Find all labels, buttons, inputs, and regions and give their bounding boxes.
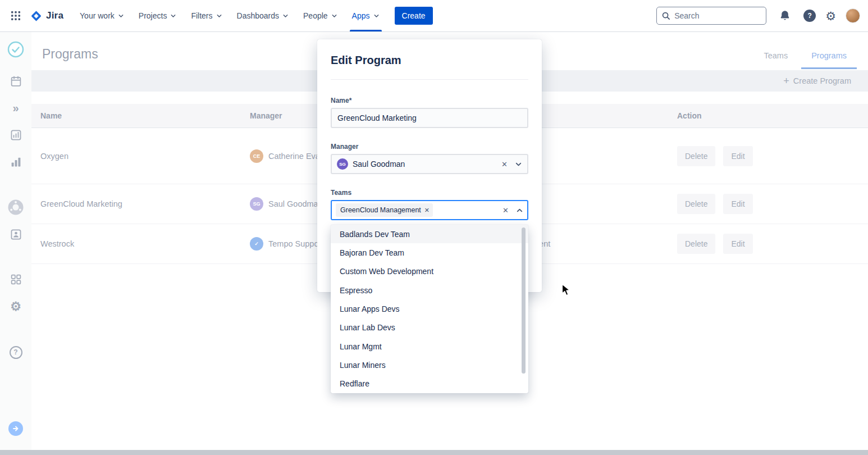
dropdown-option[interactable]: Lunar Miners: [331, 356, 528, 374]
settings-icon[interactable]: ⚙: [825, 10, 836, 22]
jira-logo[interactable]: Jira: [30, 10, 63, 22]
program-name-input[interactable]: [331, 108, 528, 128]
create-button[interactable]: Create: [395, 7, 433, 25]
chevron-down-icon: [282, 13, 289, 19]
nav-menu-item[interactable]: Your work: [72, 0, 131, 31]
nav-menu-item[interactable]: Dashboards: [230, 0, 296, 31]
remove-tag-icon[interactable]: ✕: [424, 207, 430, 214]
dropdown-option[interactable]: Bajoran Dev Team: [331, 243, 528, 262]
user-avatar[interactable]: [846, 8, 860, 23]
clear-icon[interactable]: ✕: [502, 206, 509, 215]
manager-value: Saul Goodman: [353, 160, 405, 169]
dropdown-option[interactable]: Lunar Lab Devs: [331, 319, 528, 337]
nav-menu-item[interactable]: Projects: [131, 0, 184, 31]
chevron-down-icon: [373, 13, 380, 19]
dropdown-option[interactable]: Lunar Mgmt: [331, 337, 528, 356]
nav-menu-item[interactable]: Apps: [345, 0, 387, 31]
nav-menu-item[interactable]: Filters: [184, 0, 229, 31]
chevron-down-icon[interactable]: [515, 161, 522, 168]
notifications-icon[interactable]: [776, 7, 794, 25]
search-input[interactable]: [674, 11, 753, 20]
jira-logo-icon: [30, 10, 42, 22]
team-tag: GreenCloud Management ✕: [336, 203, 433, 217]
dropdown-option[interactable]: Badlands Dev Team: [331, 225, 528, 243]
manager-label: Manager: [331, 143, 528, 151]
dropdown-scrollbar[interactable]: [522, 228, 526, 374]
app-switcher-icon[interactable]: [7, 7, 25, 25]
dropdown-option[interactable]: Lunar Apps Devs: [331, 299, 528, 318]
search-icon: [662, 12, 670, 20]
chevron-down-icon: [170, 13, 176, 19]
dropdown-option[interactable]: Espresso: [331, 281, 528, 299]
help-icon[interactable]: ?: [803, 10, 816, 22]
chevron-down-icon: [331, 13, 337, 19]
clear-icon[interactable]: ✕: [501, 160, 508, 169]
teams-dropdown: Badlands Dev Team Bajoran Dev Team Custo…: [331, 225, 528, 393]
chevron-up-icon[interactable]: [516, 207, 523, 214]
name-label: Name*: [331, 97, 528, 104]
dropdown-option[interactable]: Redflare: [331, 375, 528, 393]
top-navbar: Jira Your work Projects Filters: [0, 0, 868, 31]
primary-nav: Your work Projects Filters Dashb: [72, 0, 386, 31]
modal-title: Edit Program: [331, 54, 401, 67]
chevron-down-icon: [216, 13, 222, 19]
manager-avatar: SG: [337, 158, 348, 170]
search-box: [656, 7, 766, 25]
teams-select[interactable]: GreenCloud Management ✕ ✕: [331, 200, 528, 220]
nav-menu-item[interactable]: People: [296, 0, 345, 31]
manager-select[interactable]: SG Saul Goodman ✕: [331, 154, 528, 174]
dropdown-option[interactable]: Custom Web Development: [331, 262, 528, 281]
jira-logo-text: Jira: [46, 10, 63, 21]
edit-program-modal: Edit Program Name* Manager SG Saul Goodm…: [317, 39, 542, 292]
chevron-down-icon: [118, 13, 124, 19]
navbar-right: ? ⚙: [656, 7, 860, 25]
teams-label: Teams: [331, 189, 528, 197]
